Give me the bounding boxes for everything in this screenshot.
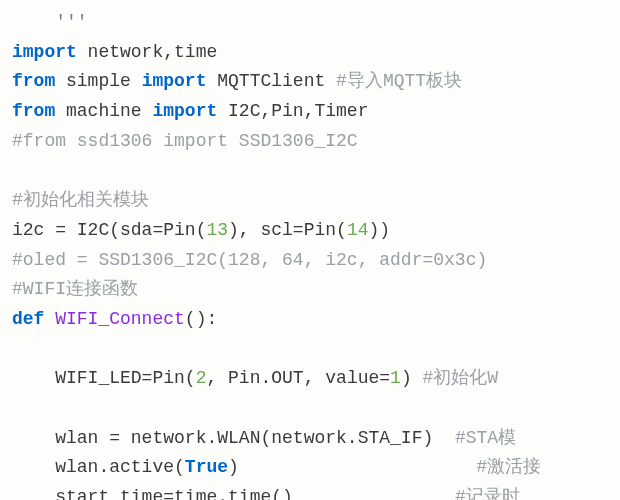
code-text: (): — [185, 309, 217, 329]
comment: #STA模 — [455, 428, 516, 448]
code-text: ), scl=Pin( — [228, 220, 347, 240]
code-text: ) — [228, 457, 476, 477]
code-text: )) — [368, 220, 390, 240]
code-text: start_time=time.time() — [12, 487, 455, 500]
kw-import: import — [12, 42, 77, 62]
comment: #oled = SSD1306_I2C(128, 64, i2c, addr=0… — [12, 250, 487, 270]
number: 14 — [347, 220, 369, 240]
code-text: , Pin.OUT, value= — [206, 368, 390, 388]
kw-from: from — [12, 71, 55, 91]
number: 1 — [390, 368, 401, 388]
code-text: WIFI_LED=Pin( — [12, 368, 196, 388]
code-text: network,time — [77, 42, 217, 62]
code-text: i2c = I2C(sda=Pin( — [12, 220, 206, 240]
number: 2 — [196, 368, 207, 388]
code-text: simple — [55, 71, 141, 91]
code-text: ) — [401, 368, 423, 388]
code-block: ''' import network,time from simple impo… — [12, 8, 608, 500]
code-line: ''' — [12, 12, 88, 32]
func-name: WIFI_Connect — [44, 309, 184, 329]
kw-import: import — [142, 71, 207, 91]
comment: #WIFI连接函数 — [12, 279, 138, 299]
kw-import: import — [152, 101, 217, 121]
comment: #导入MQTT板块 — [336, 71, 462, 91]
comment: #激活接 — [477, 457, 542, 477]
code-text: I2C,Pin,Timer — [217, 101, 368, 121]
code-text: machine — [55, 101, 152, 121]
code-text: wlan.active( — [12, 457, 185, 477]
comment: #记录时 — [455, 487, 520, 500]
kw-def: def — [12, 309, 44, 329]
code-text: MQTTClient — [206, 71, 336, 91]
literal-true: True — [185, 457, 228, 477]
comment: #初始化相关模块 — [12, 190, 149, 210]
kw-from: from — [12, 101, 55, 121]
number: 13 — [206, 220, 228, 240]
code-text: wlan = network.WLAN(network.STA_IF) — [12, 428, 455, 448]
comment: #初始化W — [423, 368, 499, 388]
comment: #from ssd1306 import SSD1306_I2C — [12, 131, 358, 151]
